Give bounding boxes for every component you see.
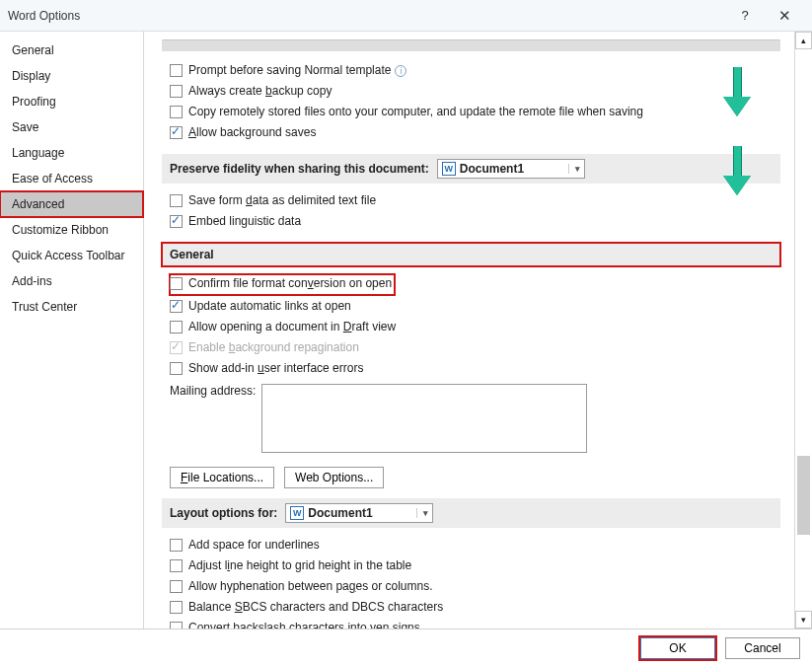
scroll-down-icon[interactable]: ▾ bbox=[795, 611, 812, 629]
section-preserve-fidelity: Preserve fidelity when sharing this docu… bbox=[162, 154, 780, 184]
prev-section-header bbox=[162, 39, 780, 51]
sidebar: General Display Proofing Save Language E… bbox=[0, 32, 144, 629]
checkbox-icon[interactable] bbox=[170, 300, 183, 313]
vertical-scrollbar[interactable]: ▴ ▾ bbox=[794, 32, 812, 629]
checkbox-icon[interactable] bbox=[170, 559, 183, 572]
checkbox-icon[interactable] bbox=[170, 580, 183, 593]
section-label: Preserve fidelity when sharing this docu… bbox=[170, 162, 429, 176]
opt-open-draft[interactable]: Allow opening a document in Draft view bbox=[170, 318, 780, 338]
label: Allow opening a document in Draft view bbox=[188, 320, 396, 333]
checkbox-icon[interactable] bbox=[170, 539, 183, 552]
opt-confirm-format-conversion[interactable]: Confirm file format conversion on open bbox=[170, 274, 395, 295]
ok-button[interactable]: OK bbox=[640, 637, 715, 659]
sidebar-item-proofing[interactable]: Proofing bbox=[0, 89, 143, 114]
checkbox-icon[interactable] bbox=[170, 126, 183, 139]
sidebar-item-save[interactable]: Save bbox=[0, 114, 143, 140]
label: Embed linguistic data bbox=[188, 214, 301, 228]
label: Allow hyphenation between pages or colum… bbox=[188, 579, 433, 593]
word-doc-icon: W bbox=[290, 506, 304, 520]
sidebar-item-trust-center[interactable]: Trust Center bbox=[0, 294, 143, 320]
label: Adjust line height to grid height in the… bbox=[188, 558, 411, 572]
sidebar-item-display[interactable]: Display bbox=[0, 63, 143, 89]
sidebar-item-general[interactable]: General bbox=[0, 37, 143, 63]
annotation-arrow-down-2 bbox=[723, 146, 751, 195]
mailing-address-input[interactable] bbox=[261, 384, 587, 453]
checkbox-icon[interactable] bbox=[170, 362, 183, 375]
annotation-arrow-down-1 bbox=[723, 67, 751, 116]
mailing-address-row: Mailing address: bbox=[170, 384, 780, 453]
label: Add space for underlines bbox=[188, 538, 320, 552]
checkbox-icon bbox=[170, 341, 183, 354]
section-label: General bbox=[170, 248, 214, 261]
close-icon[interactable]: ✕ bbox=[765, 7, 804, 25]
opt-allow-bg-saves[interactable]: Allow background saves bbox=[170, 123, 780, 144]
sidebar-item-language[interactable]: Language bbox=[0, 140, 143, 166]
opt-sbcs-dbcs[interactable]: Balance SBCS characters and DBCS charact… bbox=[170, 598, 780, 619]
opt-backup-copy[interactable]: Always create backup copy bbox=[170, 82, 780, 103]
dialog-title: Word Options bbox=[8, 9, 80, 23]
label: Confirm file format conversion on open bbox=[188, 276, 392, 290]
label: Show add-in user interface errors bbox=[188, 361, 363, 375]
label: Balance SBCS characters and DBCS charact… bbox=[188, 600, 443, 614]
checkbox-icon[interactable] bbox=[170, 194, 183, 207]
opt-allow-hyphenation[interactable]: Allow hyphenation between pages or colum… bbox=[170, 577, 780, 598]
opt-backslash-yen[interactable]: Convert backslash characters into yen si… bbox=[170, 619, 780, 629]
info-icon[interactable]: i bbox=[395, 65, 406, 77]
checkbox-icon[interactable] bbox=[170, 622, 183, 629]
label: Copy remotely stored files onto your com… bbox=[188, 105, 643, 118]
label: Update automatic links at open bbox=[188, 299, 351, 313]
sidebar-item-addins[interactable]: Add-ins bbox=[0, 268, 143, 294]
checkbox-icon[interactable] bbox=[170, 215, 183, 228]
dropdown-value: Document1 bbox=[460, 162, 524, 176]
label: Save form data as delimited text file bbox=[188, 193, 376, 207]
sidebar-item-qat[interactable]: Quick Access Toolbar bbox=[0, 243, 143, 268]
checkbox-icon[interactable] bbox=[170, 64, 183, 77]
opt-save-delimited[interactable]: Save form data as delimited text file bbox=[170, 191, 780, 212]
label: Convert backslash characters into yen si… bbox=[188, 621, 420, 629]
section-general: General bbox=[162, 243, 780, 266]
options-content: Prompt before saving Normal templatei Al… bbox=[144, 32, 794, 629]
checkbox-icon[interactable] bbox=[170, 277, 183, 290]
section-layout-options: Layout options for: W Document1 ▾ bbox=[162, 498, 780, 528]
file-locations-button[interactable]: FFile Locations...ile Locations... bbox=[170, 467, 274, 488]
general-buttons: FFile Locations...ile Locations... Web O… bbox=[170, 467, 780, 488]
dropdown-value: Document1 bbox=[308, 506, 372, 520]
help-icon[interactable]: ? bbox=[725, 8, 765, 23]
checkbox-icon[interactable] bbox=[170, 321, 183, 333]
opt-prompt-normal-template[interactable]: Prompt before saving Normal templatei bbox=[170, 61, 780, 82]
sidebar-item-ease-of-access[interactable]: Ease of Access bbox=[0, 166, 143, 191]
checkbox-icon[interactable] bbox=[170, 106, 183, 118]
opt-copy-remote[interactable]: Copy remotely stored files onto your com… bbox=[170, 103, 780, 123]
preserve-document-dropdown[interactable]: W Document1 ▾ bbox=[437, 159, 585, 179]
label: Allow background saves bbox=[188, 125, 316, 139]
chevron-down-icon: ▾ bbox=[416, 508, 428, 518]
titlebar: Word Options ? ✕ bbox=[0, 0, 812, 32]
word-doc-icon: W bbox=[442, 162, 456, 176]
label: Prompt before saving Normal templatei bbox=[188, 63, 406, 77]
dialog-footer: OK Cancel bbox=[0, 629, 812, 666]
checkbox-icon[interactable] bbox=[170, 601, 183, 614]
scroll-thumb[interactable] bbox=[797, 456, 810, 535]
mailing-label: Mailing address: bbox=[170, 384, 256, 398]
content-wrap: Prompt before saving Normal templatei Al… bbox=[144, 32, 812, 629]
opt-bg-repagination: Enable background repagination bbox=[170, 338, 780, 359]
cancel-button[interactable]: Cancel bbox=[725, 637, 800, 659]
chevron-down-icon: ▾ bbox=[568, 164, 580, 174]
opt-space-underlines[interactable]: Add space for underlines bbox=[170, 536, 780, 556]
checkbox-icon[interactable] bbox=[170, 85, 183, 98]
label: Enable background repagination bbox=[188, 340, 359, 354]
label: Always create backup copy bbox=[188, 84, 332, 98]
opt-addin-ui-errors[interactable]: Show add-in user interface errors bbox=[170, 359, 780, 380]
main-area: General Display Proofing Save Language E… bbox=[0, 32, 812, 629]
sidebar-item-advanced[interactable]: Advanced bbox=[0, 191, 143, 217]
scroll-up-icon[interactable]: ▴ bbox=[795, 32, 812, 49]
opt-update-auto-links[interactable]: Update automatic links at open bbox=[170, 297, 780, 318]
opt-embed-linguistic[interactable]: Embed linguistic data bbox=[170, 212, 780, 233]
sidebar-item-customize-ribbon[interactable]: Customize Ribbon bbox=[0, 217, 143, 243]
opt-adjust-line-height[interactable]: Adjust line height to grid height in the… bbox=[170, 556, 780, 577]
section-label: Layout options for: bbox=[170, 506, 277, 520]
layout-document-dropdown[interactable]: W Document1 ▾ bbox=[285, 503, 433, 523]
web-options-button[interactable]: Web Options... bbox=[284, 467, 384, 488]
